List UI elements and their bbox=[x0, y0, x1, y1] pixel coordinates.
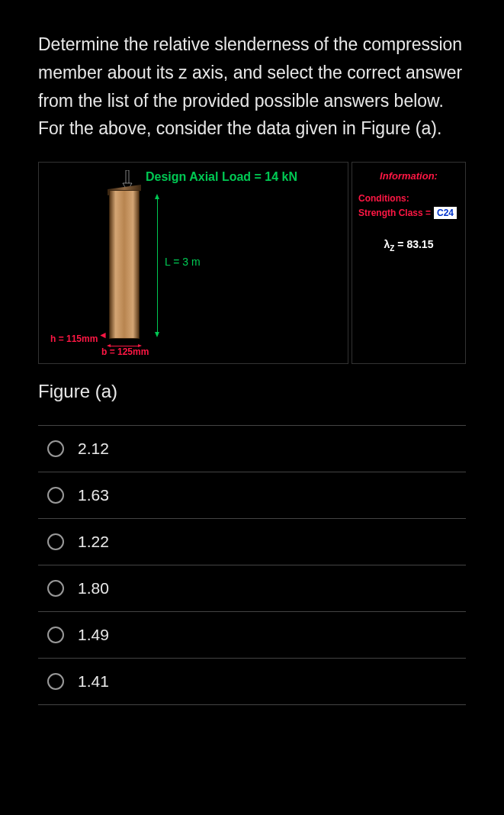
option-label: 1.80 bbox=[78, 579, 109, 598]
option-label: 1.63 bbox=[78, 486, 109, 504]
radio-icon bbox=[47, 673, 64, 690]
svg-rect-0 bbox=[126, 170, 129, 184]
lambda-value: = 83.15 bbox=[394, 238, 433, 250]
option-row[interactable]: 2.12 bbox=[38, 426, 466, 472]
figure-container: Design Axial Load = 14 kN L = 3 m h = 11… bbox=[38, 162, 466, 364]
option-row[interactable]: 1.63 bbox=[38, 472, 466, 519]
option-row[interactable]: 1.80 bbox=[38, 565, 466, 612]
length-label: L = 3 m bbox=[165, 256, 201, 268]
radio-icon bbox=[47, 440, 64, 457]
strength-class: Strength Class = C24 bbox=[358, 207, 459, 219]
radio-icon bbox=[47, 580, 64, 597]
figure-caption: Figure (a) bbox=[38, 381, 466, 402]
strength-class-value: C24 bbox=[434, 207, 457, 219]
option-row[interactable]: 1.49 bbox=[38, 612, 466, 659]
radio-icon bbox=[47, 533, 64, 550]
info-panel: Information: Conditions: Strength Class … bbox=[352, 162, 466, 364]
conditions-label: Conditions: bbox=[358, 193, 459, 204]
option-label: 2.12 bbox=[78, 440, 109, 458]
length-indicator-icon bbox=[157, 197, 158, 334]
info-title: Information: bbox=[358, 170, 459, 182]
option-row[interactable]: 1.22 bbox=[38, 519, 466, 565]
options-list: 2.12 1.63 1.22 1.80 1.49 1.41 bbox=[38, 425, 466, 705]
h-dimension-label: h = 115mm bbox=[50, 333, 98, 344]
option-row[interactable]: 1.41 bbox=[38, 659, 466, 705]
option-label: 1.49 bbox=[78, 626, 109, 644]
option-label: 1.22 bbox=[78, 533, 109, 551]
beam bbox=[109, 190, 140, 339]
b-dimension-label: b = 125mm bbox=[101, 346, 149, 357]
figure-diagram: Design Axial Load = 14 kN L = 3 m h = 11… bbox=[38, 162, 348, 364]
axial-load-label: Design Axial Load = 14 kN bbox=[146, 170, 297, 184]
radio-icon bbox=[47, 487, 64, 504]
lambda-equation: λZ = 83.15 bbox=[358, 238, 459, 253]
question-text: Determine the relative slenderness of th… bbox=[38, 31, 466, 143]
h-arrow-icon: ◄ bbox=[98, 330, 108, 340]
radio-icon bbox=[47, 627, 64, 643]
strength-class-label: Strength Class = bbox=[358, 208, 431, 218]
option-label: 1.41 bbox=[78, 672, 109, 691]
